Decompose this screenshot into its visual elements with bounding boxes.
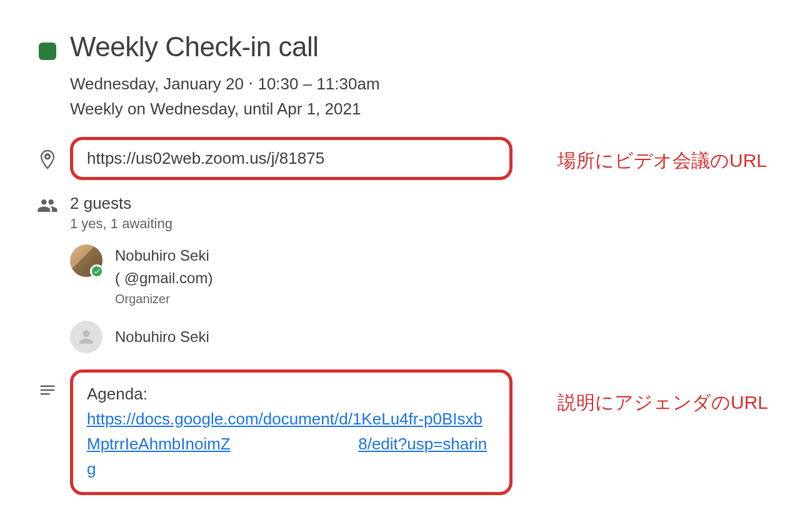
event-color-indicator	[39, 43, 56, 60]
guests-icon	[37, 195, 58, 216]
annotation-description: 説明にアジェンダのURL	[558, 392, 768, 413]
annotation-location: 場所にビデオ会議のURL	[558, 150, 767, 171]
accepted-badge-icon	[90, 264, 104, 278]
guest-item[interactable]: Nobuhiro Seki	[70, 321, 512, 353]
guests-count: 2 guests	[70, 194, 512, 213]
event-recurrence: Weekly on Wednesday, until Apr 1, 2021	[70, 96, 512, 121]
location-field[interactable]: https://us02web.zoom.us/j/81875	[70, 137, 512, 180]
guest-email: ( @gmail.com)	[115, 267, 212, 289]
description-field[interactable]: Agenda: https://docs.google.com/document…	[70, 369, 512, 495]
location-url: https://us02web.zoom.us/j/81875	[87, 149, 324, 168]
svg-point-0	[46, 155, 49, 159]
location-icon	[37, 149, 58, 170]
description-label: Agenda:	[87, 381, 496, 406]
guest-item[interactable]: Nobuhiro Seki ( @gmail.com) Organizer	[70, 244, 512, 308]
event-datetime: Wednesday, January 20 ⋅ 10:30 – 11:30am	[70, 71, 512, 96]
event-title: Weekly Check-in call	[70, 31, 512, 63]
description-icon	[38, 381, 57, 399]
avatar	[70, 321, 102, 353]
guests-status: 1 yes, 1 awaiting	[70, 216, 512, 232]
guest-role: Organizer	[115, 289, 212, 308]
guest-name: Nobuhiro Seki	[115, 326, 209, 348]
guest-name: Nobuhiro Seki	[115, 244, 212, 267]
